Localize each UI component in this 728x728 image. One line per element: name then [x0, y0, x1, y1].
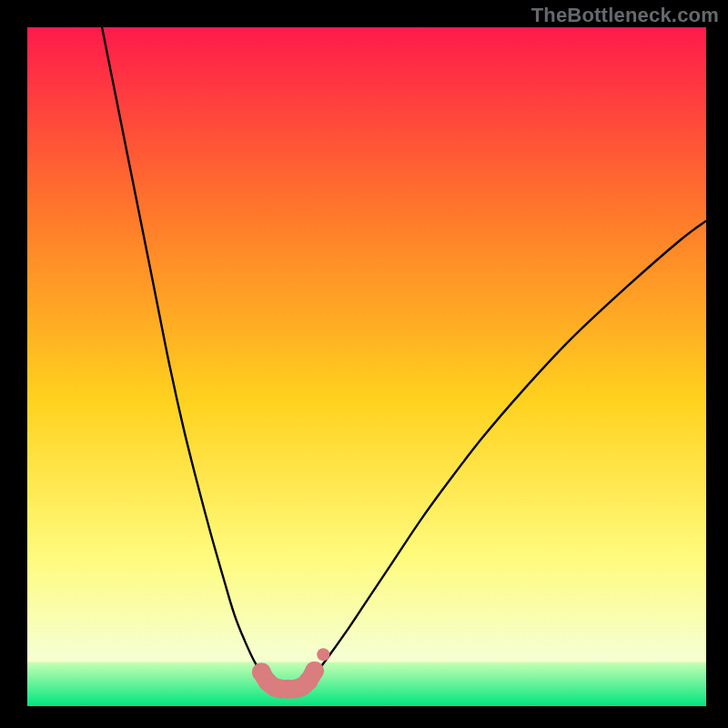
green-band — [27, 662, 706, 706]
extra-marker-dots — [317, 648, 329, 661]
watermark-text: TheBottleneck.com — [531, 4, 719, 27]
chart-frame: { "watermark": "TheBottleneck.com", "col… — [0, 0, 728, 728]
heat-gradient-plot-area — [27, 27, 706, 706]
extra-dot — [317, 648, 329, 661]
bottleneck-chart — [0, 0, 728, 728]
trough-dot — [305, 662, 324, 681]
